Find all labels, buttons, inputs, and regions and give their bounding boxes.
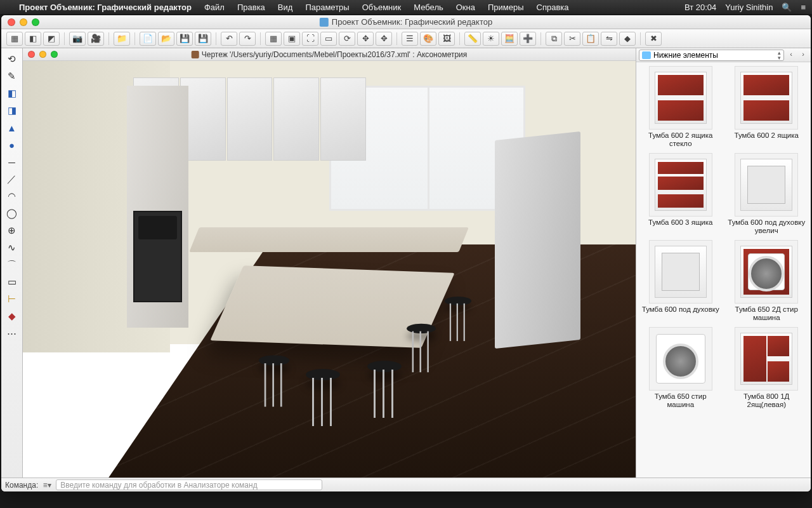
menu-volumer[interactable]: Объемник — [356, 3, 408, 12]
toolbar-calc-icon[interactable]: 🧮 — [501, 32, 518, 46]
toolbar-camera-icon[interactable]: 📷 — [69, 32, 86, 46]
command-label: Команда: — [5, 481, 38, 490]
doc-close-button[interactable] — [28, 51, 35, 58]
toolbar-box-icon[interactable]: ▣ — [284, 32, 300, 46]
catalog-category-label: Нижние элементы — [653, 51, 718, 60]
tool-cube2-icon[interactable]: ◨ — [4, 104, 20, 117]
document-icon — [192, 51, 199, 58]
spotlight-icon[interactable]: 🔍 — [782, 3, 792, 12]
doc-minimize-button[interactable] — [39, 51, 46, 58]
menubar-user[interactable]: Yuriy Sinithin — [725, 3, 773, 12]
toolbar-copy-icon[interactable]: ⧉ — [546, 32, 562, 46]
toolbar-mirror-icon[interactable]: ⇋ — [601, 32, 617, 46]
window-minimize-button[interactable] — [20, 18, 27, 26]
menu-file[interactable]: Файл — [198, 3, 231, 12]
tool-arc-icon[interactable]: ◠ — [4, 189, 20, 203]
tool-pencil-icon[interactable]: ✎ — [4, 69, 20, 83]
toolbar-cut-icon[interactable]: ✂ — [564, 32, 580, 46]
window-zoom-button[interactable] — [32, 18, 39, 26]
menu-params[interactable]: Параметры — [299, 3, 355, 12]
toolbar-3d-icon[interactable]: ◆ — [619, 32, 636, 46]
catalog-scroll[interactable]: Тумба 600 2 ящика стекло Тумба 600 2 ящи… — [636, 62, 811, 478]
toolbar-fit-icon[interactable]: ⛶ — [302, 32, 318, 46]
menu-help[interactable]: Справка — [530, 3, 575, 12]
toolbar-undo-icon[interactable]: ↶ — [221, 32, 237, 46]
command-history-button[interactable]: ≡▾ — [42, 481, 52, 490]
tool-material-icon[interactable]: ◆ — [4, 309, 20, 323]
catalog-back-button[interactable]: ‹ — [786, 50, 796, 60]
catalog-item[interactable]: Тумба 600 под духовку увелич — [725, 152, 809, 237]
app-window: Проект Объемник: Графический редактор ▦ … — [1, 15, 811, 491]
toolbar-cube2-icon[interactable]: ◩ — [43, 32, 60, 46]
app-menu[interactable]: Проект Объемник: Графический редактор — [13, 3, 198, 12]
select-arrows-icon: ▴▾ — [778, 50, 781, 60]
window-close-button[interactable] — [8, 18, 15, 26]
toolbar-select-icon[interactable]: ▭ — [320, 32, 337, 46]
toolbar-folder-icon[interactable]: 📁 — [114, 32, 130, 46]
toolbar-redo-icon[interactable]: ↷ — [239, 32, 256, 46]
toolbar-cube-icon[interactable]: ◧ — [25, 32, 41, 46]
tool-sphere-icon[interactable]: ● — [4, 138, 20, 152]
toolbar-pan-icon[interactable]: ✥ — [376, 32, 392, 46]
catalog-item[interactable]: Тумба 600 2 ящика стекло — [639, 65, 723, 150]
menu-furniture[interactable]: Мебель — [407, 3, 450, 12]
toolbar-open-icon[interactable]: 📂 — [158, 32, 174, 46]
catalog-item-label: Тумба 650 2Д стир машина — [726, 305, 808, 323]
toolbar-save-icon[interactable]: 💾 — [176, 32, 193, 46]
toolbar-layers-icon[interactable]: ☰ — [402, 32, 418, 46]
kitchen-render — [23, 61, 636, 478]
tool-minus-icon[interactable]: ─ — [4, 155, 20, 169]
catalog-category-select[interactable]: Нижние элементы ▴▾ — [639, 50, 784, 61]
catalog-item[interactable]: Тумба 600 под духовку — [639, 239, 723, 324]
toolbar-scene-icon[interactable]: 🖼 — [438, 32, 455, 46]
tool-more-icon[interactable]: ⋯ — [4, 326, 20, 340]
tool-curve-icon[interactable]: ⌒ — [4, 258, 20, 272]
tool-rect-icon[interactable]: ▭ — [4, 275, 20, 289]
menu-examples[interactable]: Примеры — [481, 3, 530, 12]
toolbar-cube-blue-icon[interactable]: ▦ — [6, 32, 23, 46]
statusbar: Команда: ≡▾ Введите команду для обработк… — [1, 478, 811, 491]
tool-dimension-icon[interactable]: ⊢ — [4, 292, 20, 306]
toolbar-materials-icon[interactable]: 🎨 — [420, 32, 436, 46]
left-toolbar: ⟲ ✎ ◧ ◨ ▲ ● ─ ／ ◠ ◯ ⊕ ∿ ⌒ ▭ ⊢ ◆ ⋯ — [1, 48, 23, 478]
menu-windows[interactable]: Окна — [450, 3, 481, 12]
folder-icon — [642, 51, 651, 59]
catalog-item-label: Тумба 600 2 ящика — [735, 131, 799, 149]
toolbar-paste-icon[interactable]: 📋 — [582, 32, 599, 46]
document-titlebar[interactable]: Чертеж '/Users/yuriy/Documents/Mebel/Про… — [23, 48, 636, 61]
toolbar-rotate-icon[interactable]: ⟳ — [339, 32, 355, 46]
toolbar-new-icon[interactable]: 📄 — [140, 32, 156, 46]
doc-zoom-button[interactable] — [51, 51, 58, 58]
toolbar-grid-icon[interactable]: ▦ — [265, 32, 282, 46]
toolbar-camera2-icon[interactable]: 🎥 — [88, 32, 104, 46]
tool-line-icon[interactable]: ／ — [4, 172, 20, 186]
window-titlebar[interactable]: Проект Объемник: Графический редактор — [1, 15, 811, 29]
toolbar-move-icon[interactable]: ✥ — [357, 32, 374, 46]
app-title-icon — [320, 18, 329, 27]
tool-axis-icon[interactable]: ⊕ — [4, 224, 20, 237]
menu-view[interactable]: Вид — [272, 3, 299, 12]
toolbar-sun-icon[interactable]: ☀ — [483, 32, 499, 46]
tool-cube-icon[interactable]: ◧ — [4, 86, 20, 100]
catalog-forward-button[interactable]: › — [798, 50, 808, 60]
catalog-item-label: Тумба 800 1Д 2ящ(левая) — [726, 392, 808, 410]
catalog-item[interactable]: Тумба 600 2 ящика — [725, 65, 809, 150]
tool-circle-icon[interactable]: ◯ — [4, 206, 20, 220]
tool-spline-icon[interactable]: ∿ — [4, 241, 20, 255]
tool-rotate3d-icon[interactable]: ⟲ — [4, 52, 20, 66]
catalog-item[interactable]: Тумба 650 2Д стир машина — [725, 239, 809, 324]
toolbar-delete-icon[interactable]: ✖ — [645, 32, 662, 46]
3d-viewport[interactable] — [23, 61, 636, 478]
toolbar-add-icon[interactable]: ➕ — [520, 32, 536, 46]
catalog-item[interactable]: Тумба 650 стир машина — [639, 326, 723, 411]
system-menubar: Проект Объемник: Графический редактор Фа… — [0, 0, 812, 14]
catalog-item-label: Тумба 600 под духовку — [642, 305, 719, 323]
catalog-item[interactable]: Тумба 800 1Д 2ящ(левая) — [725, 326, 809, 411]
menu-edit[interactable]: Правка — [231, 3, 272, 12]
toolbar-ruler-icon[interactable]: 📏 — [464, 32, 481, 46]
catalog-item[interactable]: Тумба 600 3 ящика — [639, 152, 723, 237]
toolbar-saveas-icon[interactable]: 💾 — [195, 32, 211, 46]
tool-cone-icon[interactable]: ▲ — [4, 121, 20, 135]
command-input[interactable]: Введите команду для обработки в Анализат… — [56, 479, 322, 490]
menu-extras-icon[interactable]: ≡ — [801, 3, 806, 12]
